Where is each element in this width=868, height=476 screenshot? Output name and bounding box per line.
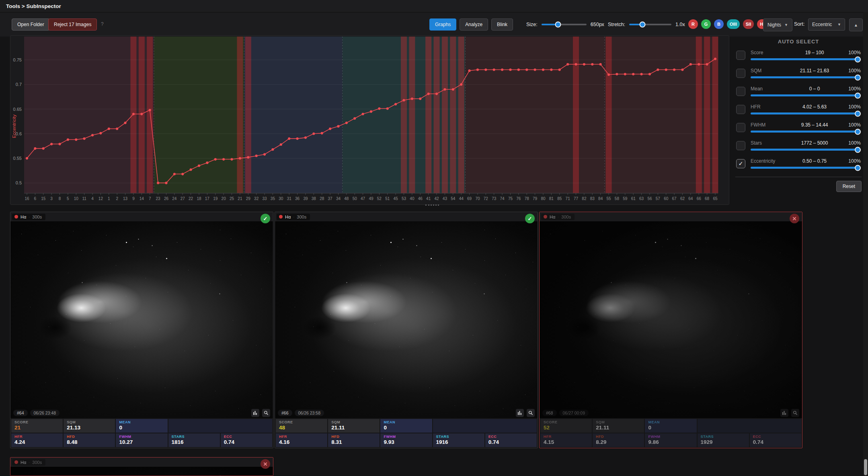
stat-value: 0.74: [753, 439, 798, 445]
criterion-slider[interactable]: [751, 94, 861, 96]
criterion-slider[interactable]: [751, 112, 861, 114]
criterion-slider-thumb[interactable]: [855, 56, 861, 62]
histogram-icon[interactable]: [251, 409, 259, 417]
svg-text:4: 4: [91, 196, 94, 201]
svg-text:35: 35: [271, 196, 275, 201]
stretch-slider-thumb[interactable]: [639, 22, 645, 28]
svg-text:40: 40: [410, 196, 415, 201]
sub-image[interactable]: #68 06/27 00:09: [540, 221, 802, 418]
criterion-percent: 100%: [843, 158, 861, 164]
svg-text:73: 73: [492, 196, 497, 201]
criterion-checkbox[interactable]: ✓: [736, 159, 745, 168]
svg-text:81: 81: [549, 196, 554, 201]
stretch-slider[interactable]: [629, 24, 671, 25]
criterion-checkbox[interactable]: [736, 141, 745, 150]
criterion-checkbox[interactable]: [736, 69, 745, 78]
svg-text:70: 70: [475, 196, 480, 201]
sort-label: Sort:: [794, 21, 804, 27]
criterion-label: Score: [751, 50, 786, 55]
nebula-image: [10, 467, 273, 476]
collapse-panel-button[interactable]: ▲: [849, 18, 863, 31]
chart-svg[interactable]: 0.750.70.650.60.550.51661538510114121213…: [10, 37, 727, 204]
size-slider[interactable]: [542, 24, 587, 25]
sub-image[interactable]: #64 06/26 23:48: [10, 221, 273, 418]
stat-label: SQM: [331, 420, 376, 424]
zoom-icon[interactable]: [527, 409, 535, 417]
stat-value: 0: [648, 425, 693, 431]
criterion-slider[interactable]: [751, 76, 861, 78]
sub-image[interactable]: #66 06/26 23:58: [275, 221, 538, 418]
svg-text:32: 32: [254, 196, 259, 201]
reset-button[interactable]: Reset: [836, 181, 862, 192]
svg-text:53: 53: [402, 196, 406, 201]
criterion-label: FWHM: [751, 122, 786, 128]
stat-value: 4.15: [544, 439, 589, 445]
histogram-icon[interactable]: [780, 409, 788, 417]
stat-empty: [168, 419, 272, 433]
criterion-slider-thumb[interactable]: [855, 74, 861, 80]
svg-text:85: 85: [557, 196, 562, 201]
filter-button-B[interactable]: B: [714, 19, 724, 29]
open-folder-button[interactable]: Open Folder: [12, 18, 50, 31]
criterion-checkbox[interactable]: [736, 105, 745, 114]
breadcrumb: Tools > SubInspector: [6, 3, 61, 9]
filter-dot-icon: [279, 215, 283, 219]
criterion-label: SQM: [751, 68, 786, 74]
reject-images-button[interactable]: Reject 17 Images: [48, 18, 97, 31]
stat-ecc: ECC0.74: [221, 433, 272, 447]
svg-text:21: 21: [238, 196, 242, 201]
criterion-checkbox[interactable]: [736, 51, 745, 60]
accept-reject-toggle[interactable]: ✓: [525, 214, 535, 223]
filter-button-SII[interactable]: SII: [743, 19, 754, 29]
chart-resize-handle[interactable]: [425, 204, 439, 206]
zoom-icon[interactable]: [262, 409, 270, 417]
vertical-scrollbar[interactable]: [863, 12, 868, 476]
filter-button-R[interactable]: R: [688, 19, 698, 29]
sub-index-badge: #64: [13, 410, 28, 416]
filter-dot-icon: [544, 215, 547, 219]
criterion-checkbox[interactable]: [736, 123, 745, 132]
filter-exposure-badge: Hα · 300s: [12, 459, 45, 466]
nebula-image: [10, 221, 273, 418]
scrollbar-thumb[interactable]: [864, 459, 867, 475]
criterion-slider-thumb[interactable]: [855, 129, 861, 135]
eccentricity-chart[interactable]: 0.750.70.650.60.550.51661538510114121213…: [10, 35, 729, 205]
accept-reject-toggle[interactable]: ✕: [790, 214, 799, 223]
svg-text:83: 83: [590, 196, 595, 201]
criterion-checkbox[interactable]: [736, 87, 745, 96]
filter-button-OIII[interactable]: OIII: [727, 19, 740, 29]
stat-hfd: HFD8.29: [593, 433, 644, 447]
nights-dropdown[interactable]: Nights ▼: [763, 18, 792, 31]
criterion-slider[interactable]: [751, 131, 861, 133]
criterion-range: 0.50 – 0.75: [786, 158, 843, 164]
accept-reject-toggle[interactable]: ✓: [261, 214, 270, 223]
image-grid: Hα · 300s ✓ #64 06/26 23:48: [10, 212, 805, 476]
auto-select-row-stars: Stars 1772 – 5000 100%: [736, 138, 861, 153]
size-slider-thumb[interactable]: [555, 22, 561, 28]
tab-graphs[interactable]: Graphs: [429, 18, 456, 31]
zoom-icon[interactable]: [791, 409, 799, 417]
timestamp-badge: 06/26 23:58: [295, 410, 324, 416]
tab-analyze[interactable]: Analyze: [460, 18, 488, 31]
accept-reject-toggle[interactable]: ✕: [261, 459, 270, 469]
criterion-slider-thumb[interactable]: [855, 92, 861, 98]
criterion-slider-thumb[interactable]: [855, 110, 861, 116]
svg-text:36: 36: [295, 196, 300, 201]
sort-select[interactable]: Eccentric ▼: [808, 18, 845, 31]
histogram-icon[interactable]: [516, 409, 524, 417]
filter-button-G[interactable]: G: [701, 19, 711, 29]
sub-image[interactable]: [10, 467, 273, 476]
tab-blink[interactable]: Blink: [491, 18, 513, 31]
svg-text:39: 39: [303, 196, 308, 201]
criterion-slider[interactable]: [751, 149, 861, 151]
stat-label: SCORE: [544, 420, 589, 424]
criterion-slider-thumb[interactable]: [855, 147, 861, 153]
criterion-slider[interactable]: [751, 58, 861, 60]
criterion-slider[interactable]: [751, 167, 861, 169]
stats-panel: SCORE52SQM21.11MEAN0 HFR4.15HFD8.29FWHM9…: [540, 418, 802, 448]
svg-text:62: 62: [680, 196, 685, 201]
stat-fwhm: FWHM10.27: [116, 433, 167, 447]
svg-text:31: 31: [287, 196, 292, 201]
stat-score: SCORE52: [540, 419, 592, 433]
criterion-slider-thumb[interactable]: [855, 165, 861, 171]
